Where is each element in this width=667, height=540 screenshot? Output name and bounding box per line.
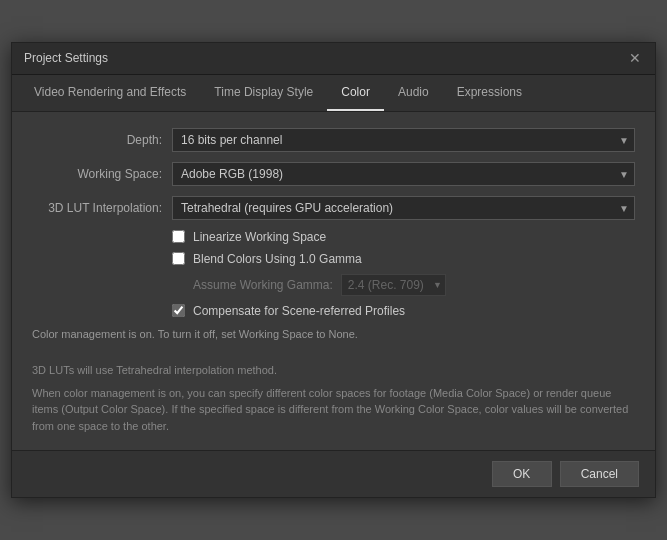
cancel-button[interactable]: Cancel (560, 461, 639, 487)
depth-row: Depth: 8 bits per channel 16 bits per ch… (32, 128, 635, 152)
description-text: When color management is on, you can spe… (32, 385, 635, 435)
tab-color[interactable]: Color (327, 75, 384, 111)
title-bar: Project Settings ✕ (12, 43, 655, 75)
tab-expressions[interactable]: Expressions (443, 75, 536, 111)
compensate-label[interactable]: Compensate for Scene-referred Profiles (193, 304, 405, 318)
working-space-select[interactable]: None Adobe RGB (1998) sRGB IEC61966-2.1 (172, 162, 635, 186)
linearize-row: Linearize Working Space (172, 230, 635, 244)
tab-video-rendering[interactable]: Video Rendering and Effects (20, 75, 200, 111)
compensate-checkbox[interactable] (172, 304, 185, 317)
content-area: Depth: 8 bits per channel 16 bits per ch… (12, 112, 655, 363)
footer: OK Cancel (12, 450, 655, 497)
working-space-row: Working Space: None Adobe RGB (1998) sRG… (32, 162, 635, 186)
bottom-info-area: 3D LUTs will use Tetrahedral interpolati… (12, 362, 655, 450)
close-button[interactable]: ✕ (627, 50, 643, 66)
working-space-label: Working Space: (32, 167, 162, 181)
gamma-row: Assume Working Gamma: 2.4 (Rec. 709) 2.2… (193, 274, 635, 296)
depth-label: Depth: (32, 133, 162, 147)
lut-select-wrapper: Linear Tetrahedral (requires GPU acceler… (172, 196, 635, 220)
compensate-row: Compensate for Scene-referred Profiles (172, 304, 635, 318)
lut-info-text: 3D LUTs will use Tetrahedral interpolati… (32, 362, 635, 379)
gamma-select: 2.4 (Rec. 709) 2.2 1.8 (341, 274, 446, 296)
depth-select-wrapper: 8 bits per channel 16 bits per channel 3… (172, 128, 635, 152)
lut-label: 3D LUT Interpolation: (32, 201, 162, 215)
gamma-label: Assume Working Gamma: (193, 278, 333, 292)
depth-select[interactable]: 8 bits per channel 16 bits per channel 3… (172, 128, 635, 152)
blend-label[interactable]: Blend Colors Using 1.0 Gamma (193, 252, 362, 266)
blend-checkbox[interactable] (172, 252, 185, 265)
lut-row: 3D LUT Interpolation: Linear Tetrahedral… (32, 196, 635, 220)
checkboxes-group: Linearize Working Space Blend Colors Usi… (172, 230, 635, 318)
working-space-select-wrapper: None Adobe RGB (1998) sRGB IEC61966-2.1 … (172, 162, 635, 186)
linearize-checkbox[interactable] (172, 230, 185, 243)
tab-time-display[interactable]: Time Display Style (200, 75, 327, 111)
gamma-select-wrapper: 2.4 (Rec. 709) 2.2 1.8 ▼ (341, 274, 446, 296)
ok-button[interactable]: OK (492, 461, 552, 487)
blend-row: Blend Colors Using 1.0 Gamma (172, 252, 635, 266)
tab-audio[interactable]: Audio (384, 75, 443, 111)
lut-select[interactable]: Linear Tetrahedral (requires GPU acceler… (172, 196, 635, 220)
color-management-info: Color management is on. To turn it off, … (32, 326, 635, 343)
project-settings-dialog: Project Settings ✕ Video Rendering and E… (11, 42, 656, 499)
linearize-label[interactable]: Linearize Working Space (193, 230, 326, 244)
tabs-container: Video Rendering and Effects Time Display… (12, 75, 655, 112)
dialog-title: Project Settings (24, 51, 108, 65)
